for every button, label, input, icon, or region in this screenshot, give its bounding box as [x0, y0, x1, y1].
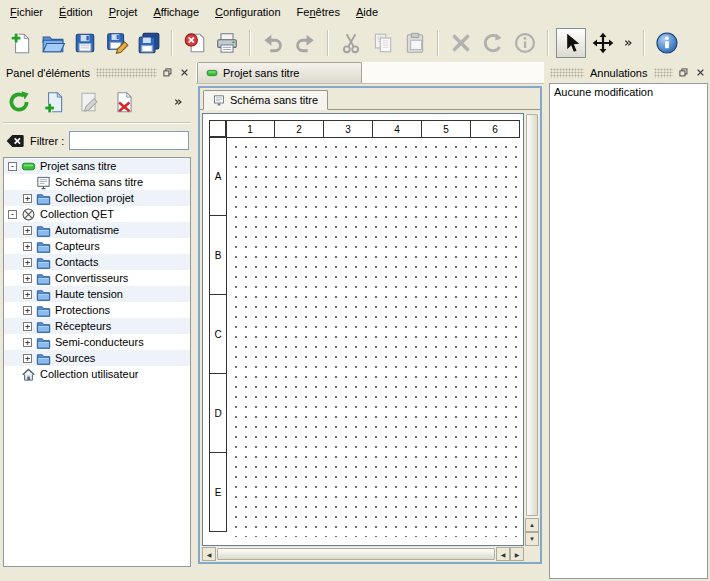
info-gray-icon [513, 31, 537, 55]
close-file-button[interactable] [180, 28, 210, 58]
tree-item-recepteurs[interactable]: +Récepteurs [4, 318, 190, 334]
menu-fenetres[interactable]: Fenêtres [289, 3, 348, 21]
close-file-icon [183, 31, 207, 55]
tree-item-semi-conducteurs[interactable]: +Semi-conducteurs [4, 334, 190, 350]
tree-item-collection-utilisateur[interactable]: Collection utilisateur [4, 366, 190, 382]
save-as-button[interactable] [102, 28, 132, 58]
chevron-icon [622, 37, 634, 49]
folder-icon [36, 319, 51, 334]
close-dock-button[interactable] [177, 66, 191, 80]
reload-green-icon [7, 90, 31, 114]
expand-expander[interactable]: + [23, 274, 32, 283]
project-icon [21, 159, 36, 174]
schema-canvas[interactable]: 123456 ABCDE [202, 113, 524, 546]
collapse-expander[interactable]: - [8, 162, 17, 171]
vertical-scroll-thumb[interactable] [526, 114, 538, 516]
expand-expander[interactable]: + [23, 242, 32, 251]
filter-input[interactable] [69, 131, 189, 150]
tree-item-automatisme[interactable]: +Automatisme [4, 222, 190, 238]
tree-item-contacts[interactable]: +Contacts [4, 254, 190, 270]
tree-item-protections[interactable]: +Protections [4, 302, 190, 318]
tab-project[interactable]: Projet sans titre [197, 62, 362, 83]
left-arrow-icon: ◀ [207, 551, 212, 558]
undo-list-item[interactable]: Aucune modification [550, 84, 707, 100]
menu-configuration[interactable]: Configuration [207, 3, 288, 21]
filter-row: Filtrer : [0, 127, 194, 156]
copy-button [368, 28, 398, 58]
expand-expander[interactable]: + [23, 290, 32, 299]
tree-item-convertisseurs[interactable]: +Convertisseurs [4, 270, 190, 286]
element-panel-titlebar[interactable]: Panel d'éléments [3, 64, 191, 81]
clear-filter-button[interactable] [5, 133, 25, 149]
tree-item-label: Sources [55, 352, 95, 364]
menu-fichier[interactable]: Fichier [2, 3, 51, 21]
tree-item-schema-sans-titre[interactable]: Schéma sans titre [4, 174, 190, 190]
tree-item-label: Haute tension [55, 288, 123, 300]
delete-element-button[interactable] [109, 87, 139, 117]
folder-icon [36, 191, 51, 206]
new-element-button[interactable] [39, 87, 69, 117]
scroll-left-button[interactable]: ◀ [202, 547, 216, 561]
dock-grip [96, 68, 157, 78]
tree-item-sources[interactable]: +Sources [4, 350, 190, 366]
menu-affichage[interactable]: Affichage [145, 3, 207, 21]
save-all-button[interactable] [134, 28, 164, 58]
menu-edition[interactable]: Édition [51, 3, 101, 21]
reload-collections-button[interactable] [4, 87, 34, 117]
horizontal-scrollbar[interactable]: ◀ ◀ ▶ [202, 547, 524, 561]
tree-item-label: Collection QET [40, 208, 114, 220]
menu-projet[interactable]: Projet [101, 3, 146, 21]
scroll-left-button-2[interactable]: ◀ [496, 547, 510, 561]
folder-icon [36, 223, 51, 238]
scroll-up-button[interactable]: ▲ [525, 518, 539, 532]
float-dock-button[interactable] [160, 66, 174, 80]
collapse-expander[interactable]: - [8, 210, 17, 219]
print-button[interactable] [212, 28, 242, 58]
expand-expander[interactable]: + [23, 322, 32, 331]
close-dock-button[interactable] [693, 66, 707, 80]
menu-aide[interactable]: Aide [348, 3, 386, 21]
select-mode-button[interactable] [556, 28, 586, 58]
tab-schema[interactable]: Schéma sans titre [203, 90, 328, 110]
delete-selection-button [446, 28, 476, 58]
move-icon [591, 31, 615, 55]
project-window: Schéma sans titre 123456 ABCDE ▲ ▼ ◀ ◀ ▶ [198, 86, 542, 564]
expand-expander[interactable]: + [23, 306, 32, 315]
undo-panel-titlebar[interactable]: Annulations [550, 64, 707, 81]
element-panel: Panel d'éléments Filtrer : -Projet sans … [0, 62, 194, 581]
home-icon [21, 367, 36, 382]
grid-area[interactable] [227, 138, 524, 537]
edit-element-icon [77, 90, 101, 114]
new-document-button[interactable] [6, 28, 36, 58]
scrollbar-corner [525, 547, 539, 561]
tree-item-label: Protections [55, 304, 110, 316]
expand-expander[interactable]: + [23, 258, 32, 267]
toolbar-separator [547, 30, 549, 56]
main-toolbar-overflow-button[interactable] [620, 28, 636, 58]
about-qet-button[interactable] [652, 28, 682, 58]
scroll-right-button[interactable]: ▶ [510, 547, 524, 561]
tree-item-haute-tension[interactable]: +Haute tension [4, 286, 190, 302]
tree-item-projet-sans-titre[interactable]: -Projet sans titre [4, 158, 190, 174]
undo-panel-title: Annulations [587, 67, 651, 79]
pan-mode-button[interactable] [588, 28, 618, 58]
vertical-scrollbar[interactable]: ▲ ▼ [525, 113, 539, 546]
open-project-button[interactable] [38, 28, 68, 58]
expand-expander[interactable]: + [23, 354, 32, 363]
panel-toolbar-overflow-button[interactable] [170, 87, 186, 117]
redo-icon [293, 31, 317, 55]
horizontal-scroll-thumb[interactable] [217, 548, 495, 560]
left-arrow-icon: ◀ [501, 551, 506, 558]
scroll-down-button[interactable]: ▼ [525, 532, 539, 546]
tree-item-capteurs[interactable]: +Capteurs [4, 238, 190, 254]
save-button[interactable] [70, 28, 100, 58]
tree-item-label: Projet sans titre [40, 160, 116, 172]
tree-item-collection-qet[interactable]: -Collection QET [4, 206, 190, 222]
float-dock-button[interactable] [676, 66, 690, 80]
expand-expander[interactable]: + [23, 194, 32, 203]
float-icon [679, 68, 688, 77]
schema-icon [213, 94, 225, 106]
tree-item-collection-projet[interactable]: +Collection projet [4, 190, 190, 206]
expand-expander[interactable]: + [23, 338, 32, 347]
expand-expander[interactable]: + [23, 226, 32, 235]
